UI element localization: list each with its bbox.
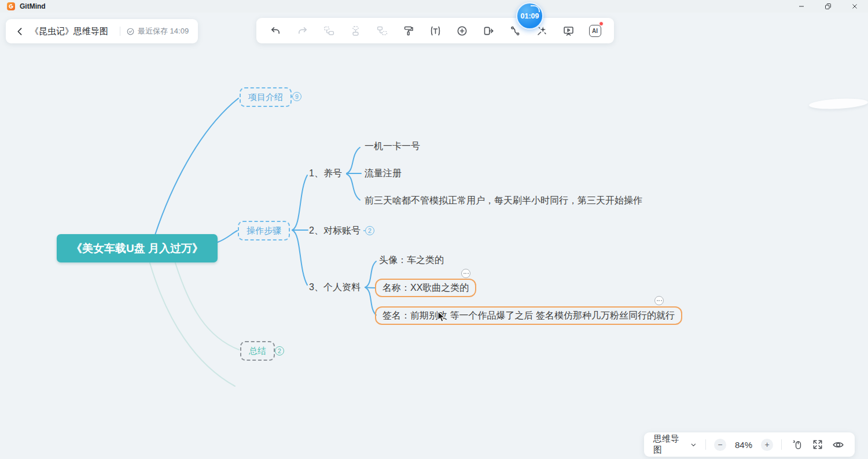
divider	[120, 27, 120, 36]
chevron-down-icon	[690, 441, 697, 449]
view-controls-bar: 思维导图 − 84% +	[644, 432, 855, 457]
notification-dot	[599, 21, 604, 26]
node-step1-child2[interactable]: 流量注册	[365, 168, 402, 180]
node-steps[interactable]: 操作步骤	[238, 221, 290, 240]
insert-sibling-node-icon	[347, 23, 363, 39]
comment-icon[interactable]	[461, 269, 470, 278]
insert-topic-icon[interactable]	[454, 23, 470, 39]
node-step1-child1[interactable]: 一机一卡一号	[365, 140, 420, 153]
insert-parent-node-icon	[374, 23, 390, 39]
node-summary[interactable]: 总结	[240, 341, 275, 361]
collapsed-count-badge[interactable]: 9	[292, 92, 301, 101]
text-icon[interactable]	[427, 23, 443, 39]
main-toolbar: AI	[256, 18, 614, 43]
mouse-cursor	[437, 311, 446, 325]
app-name: GitMind	[20, 2, 46, 10]
summary-icon[interactable]	[480, 23, 496, 39]
map-mode-label: 思维导图	[653, 434, 687, 456]
zoom-level[interactable]: 84%	[732, 440, 756, 450]
document-title[interactable]: 《昆虫记》思维导图	[30, 26, 108, 37]
comment-icon[interactable]	[654, 296, 664, 305]
mouse-mode-icon[interactable]	[790, 437, 804, 452]
node-intro[interactable]: 项目介绍	[240, 87, 292, 107]
hidden-floating-widget	[809, 97, 868, 110]
window-titlebar: GitMind	[0, 0, 868, 13]
save-status-label: 最近保存 14:09	[138, 26, 189, 36]
mindmap-connectors	[0, 0, 868, 459]
saved-check-icon	[126, 27, 135, 36]
minimize-icon[interactable]	[788, 0, 815, 13]
eye-preview-icon[interactable]	[831, 437, 845, 452]
node-step2[interactable]: 2、对标账号	[309, 225, 361, 237]
gitmind-logo-icon	[7, 2, 15, 10]
node-step3[interactable]: 3、个人资料	[309, 282, 361, 294]
undo-icon[interactable]	[267, 23, 284, 39]
insert-child-node-icon	[321, 23, 337, 39]
redo-icon	[294, 23, 310, 39]
timer-value: 01:09	[521, 12, 539, 20]
fit-screen-icon[interactable]	[810, 437, 825, 452]
node-step1-child3[interactable]: 前三天啥都不管模拟正常用户，每天刷半小时同行，第三天开始操作	[365, 195, 642, 207]
save-status: 最近保存 14:09	[126, 26, 189, 36]
zoom-out-button[interactable]: −	[714, 439, 726, 451]
back-button[interactable]	[12, 23, 28, 39]
recording-timer[interactable]: 01:09	[516, 2, 543, 29]
format-painter-icon[interactable]	[400, 23, 417, 39]
ai-assistant-icon[interactable]: AI	[587, 23, 603, 39]
divider	[781, 439, 782, 450]
zoom-in-button[interactable]: +	[761, 439, 773, 451]
close-icon[interactable]	[841, 0, 868, 13]
restore-icon[interactable]	[815, 0, 841, 13]
present-icon[interactable]	[560, 23, 576, 39]
mindmap-root-node[interactable]: 《美女车载U盘 月入过万》	[57, 234, 218, 262]
collapsed-count-badge[interactable]: 2	[275, 346, 284, 356]
ai-label: AI	[589, 25, 601, 37]
node-step3-child1[interactable]: 头像：车之类的	[379, 254, 444, 266]
divider	[705, 439, 706, 450]
node-step3-child2[interactable]: 名称：XX歌曲之类的	[375, 279, 476, 297]
map-mode-selector[interactable]: 思维导图	[653, 434, 697, 456]
node-step3-child3[interactable]: 签名：前期别改 等一个作品爆了之后 签名模仿那种几万粉丝同行的就行	[375, 306, 682, 325]
node-step1[interactable]: 1、养号	[309, 168, 342, 180]
document-header: 《昆虫记》思维导图 最近保存 14:09	[6, 19, 198, 43]
collapsed-count-badge[interactable]: 2	[365, 226, 374, 235]
